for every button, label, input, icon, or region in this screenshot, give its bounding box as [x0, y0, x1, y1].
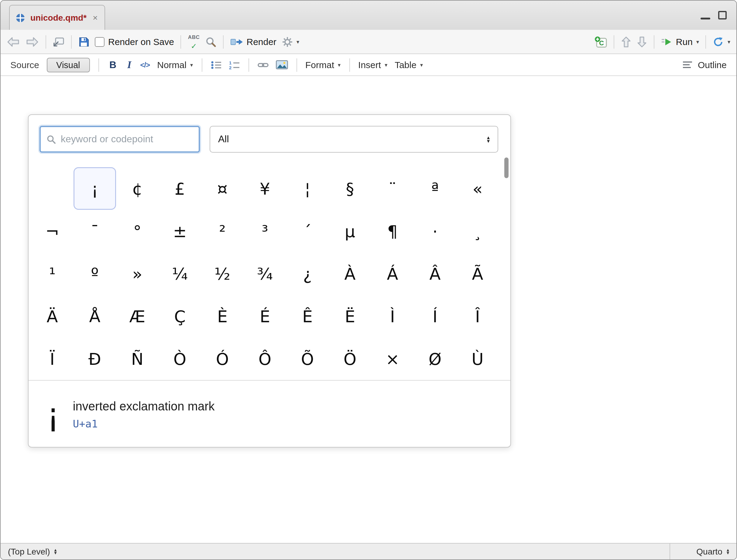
visual-mode-button[interactable]: Visual [47, 57, 90, 72]
rerun-button[interactable]: ▾ [713, 36, 730, 47]
char-cell[interactable]: È [201, 295, 244, 337]
char-search-input[interactable] [61, 134, 193, 145]
scope-selector[interactable]: (Top Level) ▴▾ [8, 547, 57, 556]
char-cell[interactable]: µ [329, 210, 371, 252]
char-cell[interactable]: É [244, 295, 286, 337]
render-options-button[interactable]: ▾ [282, 36, 299, 47]
char-cell[interactable]: Ä [31, 295, 74, 337]
spellcheck-button[interactable]: ABC ✓ [188, 34, 200, 49]
go-to-next-chunk-button[interactable] [637, 36, 647, 48]
char-cell[interactable]: Ï [31, 337, 74, 380]
char-cell[interactable]: ° [116, 210, 159, 252]
code-button[interactable]: </> [140, 60, 150, 69]
char-cell[interactable]: ¸ [456, 210, 499, 252]
open-in-new-window-button[interactable] [53, 37, 64, 47]
find-replace-button[interactable] [205, 36, 216, 47]
char-cell[interactable]: Ò [159, 337, 201, 380]
char-cell[interactable]: Á [371, 252, 414, 295]
char-cell[interactable]: ¼ [159, 252, 201, 295]
table-menu[interactable]: Table ▾ [394, 60, 423, 70]
format-menu[interactable]: Format ▾ [305, 60, 341, 70]
italic-button[interactable]: I [126, 59, 133, 71]
numbered-list-button[interactable]: 12 [229, 60, 240, 69]
char-cell[interactable]: Î [456, 295, 499, 337]
char-cell[interactable]: ¤ [201, 167, 244, 210]
char-cell[interactable]: · [414, 210, 456, 252]
char-cell[interactable]: ¬ [31, 210, 74, 252]
save-button[interactable] [78, 36, 89, 47]
char-cell[interactable]: ¢ [116, 167, 159, 210]
char-cell[interactable]: ¾ [244, 252, 286, 295]
outline-toggle[interactable]: Outline [683, 60, 727, 70]
char-cell[interactable]: × [371, 337, 414, 380]
char-cell[interactable]: Ç [159, 295, 201, 337]
bold-button[interactable]: B [108, 59, 119, 70]
char-cell[interactable]: « [456, 167, 499, 210]
char-cell[interactable]: Õ [286, 337, 329, 380]
char-cell[interactable]: ± [159, 210, 201, 252]
render-on-save-checkbox[interactable] [95, 37, 105, 47]
char-cell[interactable] [31, 167, 74, 210]
separator [614, 35, 615, 48]
char-cell[interactable]: Ô [244, 337, 286, 380]
char-cell[interactable]: ¹ [31, 252, 74, 295]
char-cell[interactable]: Ð [74, 337, 116, 380]
insert-menu[interactable]: Insert ▾ [358, 60, 387, 70]
link-button[interactable] [257, 61, 268, 68]
char-cell[interactable]: ¨ [371, 167, 414, 210]
char-cell[interactable]: À [329, 252, 371, 295]
svg-text:1: 1 [229, 60, 231, 65]
paragraph-style-dropdown[interactable]: Normal ▾ [157, 60, 193, 70]
document-mode-selector[interactable]: Quarto ▴▾ [670, 544, 736, 559]
char-cell[interactable]: ¥ [244, 167, 286, 210]
char-cell[interactable]: º [74, 252, 116, 295]
forward-button[interactable] [26, 36, 39, 47]
char-cell[interactable]: Ë [329, 295, 371, 337]
char-cell[interactable]: Â [414, 252, 456, 295]
spellcheck-check-icon: ✓ [191, 43, 197, 49]
char-cell[interactable]: ¦ [286, 167, 329, 210]
char-cell[interactable]: Í [414, 295, 456, 337]
char-cell[interactable]: Å [74, 295, 116, 337]
char-cell[interactable]: ¡ [74, 167, 116, 210]
char-cell[interactable]: Ê [286, 295, 329, 337]
char-cell[interactable]: ² [201, 210, 244, 252]
tab-close-icon[interactable]: × [93, 13, 98, 22]
char-cell[interactable]: Ù [456, 337, 499, 380]
unicode-picker-dialog: All ▴▾ ¡¢£¤¥¦§¨ª«¬¯°±²³´µ¶·¸¹º»¼½¾¿ÀÁÂÃÄ… [28, 114, 511, 448]
run-button[interactable]: Run ▾ [661, 36, 699, 47]
separator [349, 58, 350, 71]
char-cell[interactable]: ¿ [286, 252, 329, 295]
char-cell[interactable]: ³ [244, 210, 286, 252]
go-to-previous-chunk-button[interactable] [621, 36, 632, 48]
maximize-icon[interactable] [718, 11, 727, 19]
char-cell[interactable]: Ö [329, 337, 371, 380]
char-cell[interactable]: » [116, 252, 159, 295]
char-cell[interactable]: § [329, 167, 371, 210]
insert-image-button[interactable] [276, 60, 288, 69]
render-button[interactable]: Render [230, 36, 276, 47]
char-cell[interactable]: ª [414, 167, 456, 210]
insert-chunk-button[interactable]: C [594, 36, 607, 48]
minimize-icon[interactable] [701, 17, 710, 19]
char-cell[interactable]: Ã [456, 252, 499, 295]
category-select[interactable]: All ▴▾ [210, 126, 498, 153]
back-button[interactable] [7, 36, 20, 47]
char-cell[interactable]: ½ [201, 252, 244, 295]
tab-unicode-qmd[interactable]: unicode.qmd* × [9, 5, 105, 30]
char-cell[interactable]: £ [159, 167, 201, 210]
char-search[interactable] [40, 126, 200, 153]
char-cell[interactable]: ´ [286, 210, 329, 252]
char-cell[interactable]: ¶ [371, 210, 414, 252]
char-cell[interactable]: Ñ [116, 337, 159, 380]
editor-canvas[interactable]: All ▴▾ ¡¢£¤¥¦§¨ª«¬¯°±²³´µ¶·¸¹º»¼½¾¿ÀÁÂÃÄ… [1, 76, 736, 543]
char-cell[interactable]: Ì [371, 295, 414, 337]
char-cell[interactable]: Ó [201, 337, 244, 380]
scrollbar-thumb[interactable] [504, 157, 508, 178]
char-cell[interactable]: ¯ [74, 210, 116, 252]
char-cell[interactable]: Ø [414, 337, 456, 380]
source-mode-button[interactable]: Source [10, 60, 39, 70]
char-cell[interactable]: Æ [116, 295, 159, 337]
render-on-save-toggle[interactable]: Render on Save [95, 36, 174, 47]
bullet-list-button[interactable] [211, 60, 222, 69]
